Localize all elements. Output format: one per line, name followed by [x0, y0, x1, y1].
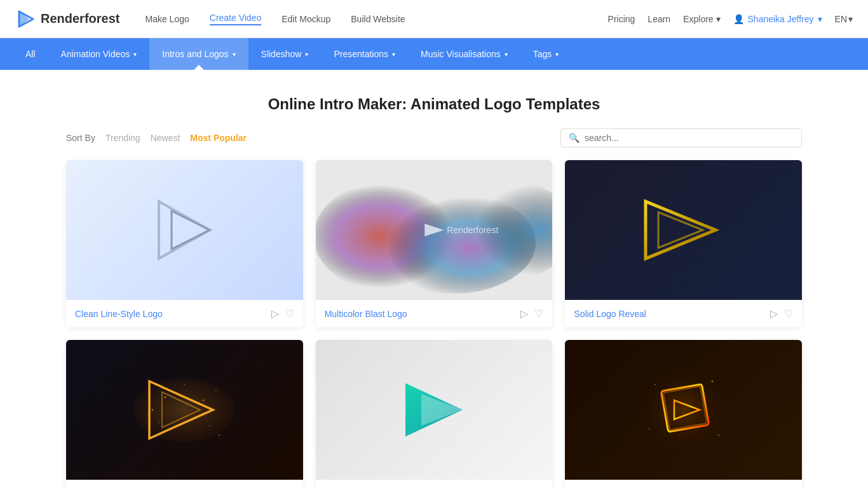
sort-trending[interactable]: Trending	[105, 133, 140, 143]
card-thumb-svg	[133, 365, 235, 454]
template-grid: Clean Line-Style Logo ▷ ♡	[0, 160, 868, 488]
card-actions: ▷ ♡	[770, 308, 793, 320]
svg-point-30	[717, 435, 719, 437]
card-title: Multicolor Blast Logo	[325, 309, 407, 319]
explore-chevron: ▾	[716, 14, 721, 24]
template-card[interactable]: Renderforest Multicolor Blast Logo ▷ ♡	[316, 160, 553, 327]
brand-name: Renderforest	[41, 11, 119, 26]
subnav-intros-logos[interactable]: Intros and Logos ▾	[149, 38, 248, 70]
card-info: Teal Logo Reveal ▷ ♡	[316, 480, 553, 488]
subnav-animation-videos[interactable]: Animation Videos ▾	[48, 38, 150, 70]
play-button[interactable]: ▷	[520, 308, 528, 320]
logo[interactable]: Renderforest	[15, 9, 119, 29]
sort-search-bar: Sort By Trending Newest Most Popular 🔍	[0, 128, 868, 160]
subnav-presentations[interactable]: Presentations ▾	[321, 38, 408, 70]
template-card[interactable]: Teal Logo Reveal ▷ ♡	[316, 340, 553, 488]
card-title: Clean Line-Style Logo	[75, 309, 163, 319]
svg-marker-11	[658, 212, 703, 248]
svg-point-27	[654, 384, 656, 385]
nav-pricing[interactable]: Pricing	[608, 14, 635, 24]
card-thumb-svg	[633, 192, 735, 268]
slideshow-chevron: ▾	[305, 51, 308, 58]
nav-links: Make Logo Create Video Edit Mockup Build…	[145, 13, 607, 25]
card-info: Particle Logo ▷ ♡	[66, 480, 303, 488]
play-button[interactable]: ▷	[271, 308, 279, 320]
template-card[interactable]: Glowing Cube Logo ▷ ♡	[565, 340, 802, 488]
sort-most-popular[interactable]: Most Popular	[190, 133, 247, 143]
svg-marker-2	[159, 201, 210, 259]
music-vis-chevron: ▾	[505, 51, 508, 58]
card-thumb-svg	[636, 365, 731, 454]
logo-icon	[15, 9, 36, 29]
card-thumbnail	[66, 160, 303, 300]
search-input[interactable]	[585, 133, 794, 143]
nav-make-logo[interactable]: Make Logo	[145, 14, 189, 24]
subnav-slideshow[interactable]: Slideshow ▾	[248, 38, 322, 70]
svg-text:Renderforest: Renderforest	[447, 225, 498, 235]
play-button[interactable]: ▷	[770, 308, 778, 320]
card-thumbnail	[316, 340, 553, 480]
presentations-chevron: ▾	[392, 51, 395, 58]
card-thumb-svg	[390, 372, 478, 448]
favorite-button[interactable]: ♡	[784, 308, 793, 320]
template-card[interactable]: Solid Logo Reveal ▷ ♡	[565, 160, 802, 327]
nav-explore[interactable]: Explore ▾	[683, 14, 720, 24]
card-actions: ▷ ♡	[520, 308, 543, 320]
tags-chevron: ▾	[555, 51, 559, 58]
svg-marker-25	[421, 394, 463, 426]
page-title: Online Intro Maker: Animated Logo Templa…	[13, 95, 855, 113]
nav-edit-mockup[interactable]: Edit Mockup	[281, 14, 330, 24]
search-box: 🔍	[560, 128, 802, 147]
sub-nav: All Animation Videos ▾ Intros and Logos …	[0, 38, 868, 70]
nav-build-website[interactable]: Build Website	[351, 14, 405, 24]
subnav-tags[interactable]: Tags ▾	[520, 38, 572, 70]
svg-point-20	[219, 435, 220, 437]
card-thumbnail	[66, 340, 303, 480]
sort-label: Sort By	[66, 133, 95, 143]
svg-point-28	[711, 381, 713, 383]
user-chevron: ▾	[818, 14, 822, 24]
animation-videos-chevron: ▾	[133, 51, 137, 58]
user-menu[interactable]: 👤 Shaneika Jeffrey ▾	[733, 14, 822, 24]
nav-right: Pricing Learn Explore ▾ 👤 Shaneika Jeffr…	[608, 14, 853, 24]
template-card[interactable]: Clean Line-Style Logo ▷ ♡	[66, 160, 303, 327]
card-actions: ▷ ♡	[271, 308, 294, 320]
subnav-music-visualisations[interactable]: Music Visualisations ▾	[408, 38, 520, 70]
card-info: Glowing Cube Logo ▷ ♡	[565, 480, 802, 488]
subnav-all[interactable]: All	[13, 38, 48, 70]
card-info: Solid Logo Reveal ▷ ♡	[565, 300, 802, 327]
top-nav: Renderforest Make Logo Create Video Edit…	[0, 0, 868, 38]
card-thumbnail	[565, 340, 802, 480]
card-thumb-svg: Renderforest	[316, 160, 553, 300]
favorite-button[interactable]: ♡	[534, 308, 543, 320]
user-icon: 👤	[733, 14, 744, 24]
card-thumbnail	[565, 160, 802, 300]
template-card[interactable]: Particle Logo ▷ ♡	[66, 340, 303, 488]
language-selector[interactable]: EN ▾	[835, 14, 853, 24]
nav-learn[interactable]: Learn	[648, 14, 670, 24]
sort-section: Sort By Trending Newest Most Popular	[66, 133, 247, 143]
search-icon: 🔍	[569, 133, 580, 143]
svg-marker-3	[172, 211, 210, 249]
lang-chevron: ▾	[848, 14, 853, 24]
favorite-button[interactable]: ♡	[285, 308, 294, 320]
card-info: Clean Line-Style Logo ▷ ♡	[66, 300, 303, 327]
card-title: Solid Logo Reveal	[574, 309, 646, 319]
intros-logos-chevron: ▾	[233, 51, 236, 58]
user-name: Shaneika Jeffrey	[748, 14, 814, 24]
svg-point-29	[648, 428, 649, 430]
lang-label: EN	[835, 14, 847, 24]
nav-create-video[interactable]: Create Video	[210, 13, 261, 25]
card-thumbnail: Renderforest	[316, 160, 553, 300]
sort-newest[interactable]: Newest	[151, 133, 180, 143]
card-thumb-svg	[140, 192, 229, 268]
page-title-area: Online Intro Maker: Animated Logo Templa…	[0, 70, 868, 128]
card-info: Multicolor Blast Logo ▷ ♡	[316, 300, 553, 327]
